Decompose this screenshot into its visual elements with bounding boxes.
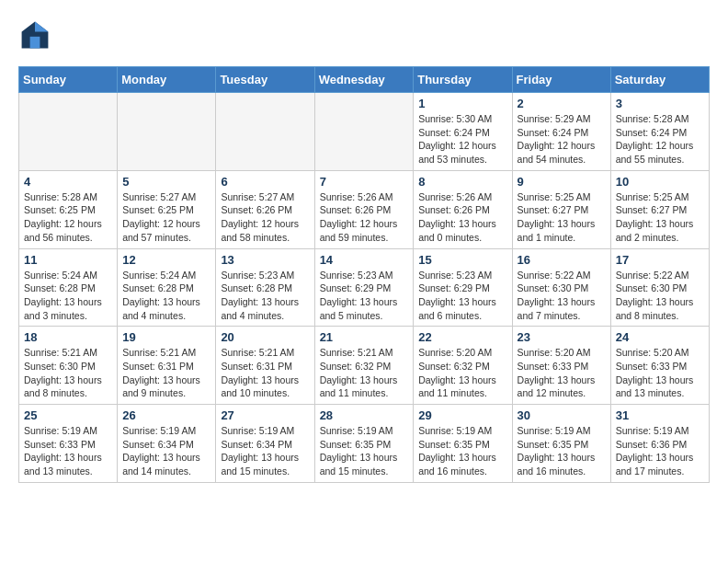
calendar-day: 15Sunrise: 5:23 AMSunset: 6:29 PMDayligh… xyxy=(414,248,512,327)
day-info: Sunrise: 5:20 AMSunset: 6:33 PMDaylight:… xyxy=(518,346,606,400)
day-number: 23 xyxy=(518,330,606,344)
day-number: 30 xyxy=(518,408,606,422)
calendar-day: 17Sunrise: 5:22 AMSunset: 6:30 PMDayligh… xyxy=(610,248,709,327)
header-saturday: Saturday xyxy=(610,67,709,93)
calendar-day: 11Sunrise: 5:24 AMSunset: 6:28 PMDayligh… xyxy=(19,248,118,327)
day-number: 27 xyxy=(221,408,309,422)
header-tuesday: Tuesday xyxy=(216,67,314,93)
day-info: Sunrise: 5:23 AMSunset: 6:28 PMDaylight:… xyxy=(221,269,309,323)
header-sunday: Sunday xyxy=(19,67,118,93)
day-info: Sunrise: 5:19 AMSunset: 6:34 PMDaylight:… xyxy=(122,424,210,478)
calendar-week-3: 11Sunrise: 5:24 AMSunset: 6:28 PMDayligh… xyxy=(19,248,710,327)
day-number: 18 xyxy=(24,330,112,344)
calendar-day: 24Sunrise: 5:20 AMSunset: 6:33 PMDayligh… xyxy=(610,327,709,405)
day-number: 7 xyxy=(320,175,409,189)
calendar-day xyxy=(216,93,314,171)
calendar-table: SundayMondayTuesdayWednesdayThursdayFrid… xyxy=(18,66,710,483)
calendar-day: 22Sunrise: 5:20 AMSunset: 6:32 PMDayligh… xyxy=(414,327,512,405)
day-info: Sunrise: 5:29 AMSunset: 6:24 PMDaylight:… xyxy=(518,112,606,167)
day-info: Sunrise: 5:19 AMSunset: 6:36 PMDaylight:… xyxy=(616,424,704,478)
day-number: 8 xyxy=(418,175,506,189)
day-info: Sunrise: 5:27 AMSunset: 6:26 PMDaylight:… xyxy=(221,190,309,245)
day-info: Sunrise: 5:28 AMSunset: 6:25 PMDaylight:… xyxy=(24,190,112,245)
day-info: Sunrise: 5:19 AMSunset: 6:35 PMDaylight:… xyxy=(320,424,409,478)
calendar-day: 4Sunrise: 5:28 AMSunset: 6:25 PMDaylight… xyxy=(19,170,118,248)
day-info: Sunrise: 5:27 AMSunset: 6:25 PMDaylight:… xyxy=(122,190,210,245)
calendar-day: 6Sunrise: 5:27 AMSunset: 6:26 PMDaylight… xyxy=(216,170,314,248)
calendar-day: 8Sunrise: 5:26 AMSunset: 6:26 PMDaylight… xyxy=(414,170,512,248)
header-monday: Monday xyxy=(118,67,216,93)
day-number: 15 xyxy=(418,253,506,267)
day-info: Sunrise: 5:19 AMSunset: 6:34 PMDaylight:… xyxy=(221,424,309,478)
day-number: 16 xyxy=(518,253,606,267)
calendar-day: 30Sunrise: 5:19 AMSunset: 6:35 PMDayligh… xyxy=(512,405,610,483)
day-number: 6 xyxy=(221,175,309,189)
day-info: Sunrise: 5:19 AMSunset: 6:35 PMDaylight:… xyxy=(518,424,606,478)
page-header xyxy=(18,18,710,52)
logo xyxy=(18,18,55,52)
calendar-day: 1Sunrise: 5:30 AMSunset: 6:24 PMDaylight… xyxy=(414,93,512,171)
calendar-day: 12Sunrise: 5:24 AMSunset: 6:28 PMDayligh… xyxy=(118,248,216,327)
svg-marker-1 xyxy=(35,22,48,32)
day-info: Sunrise: 5:22 AMSunset: 6:30 PMDaylight:… xyxy=(616,269,704,323)
calendar-day: 26Sunrise: 5:19 AMSunset: 6:34 PMDayligh… xyxy=(118,405,216,483)
day-number: 25 xyxy=(24,408,112,422)
header-thursday: Thursday xyxy=(414,67,512,93)
day-info: Sunrise: 5:22 AMSunset: 6:30 PMDaylight:… xyxy=(518,269,606,323)
day-info: Sunrise: 5:20 AMSunset: 6:33 PMDaylight:… xyxy=(616,346,704,400)
calendar-day: 13Sunrise: 5:23 AMSunset: 6:28 PMDayligh… xyxy=(216,248,314,327)
day-info: Sunrise: 5:25 AMSunset: 6:27 PMDaylight:… xyxy=(616,190,704,245)
calendar-day: 31Sunrise: 5:19 AMSunset: 6:36 PMDayligh… xyxy=(610,405,709,483)
day-number: 26 xyxy=(122,408,210,422)
day-number: 17 xyxy=(616,253,704,267)
day-number: 14 xyxy=(320,253,409,267)
calendar-day: 5Sunrise: 5:27 AMSunset: 6:25 PMDaylight… xyxy=(118,170,216,248)
calendar-day xyxy=(19,93,118,171)
calendar-day: 7Sunrise: 5:26 AMSunset: 6:26 PMDaylight… xyxy=(314,170,414,248)
day-number: 24 xyxy=(616,330,704,344)
day-info: Sunrise: 5:26 AMSunset: 6:26 PMDaylight:… xyxy=(320,190,409,245)
calendar-day: 18Sunrise: 5:21 AMSunset: 6:30 PMDayligh… xyxy=(19,327,118,405)
day-number: 28 xyxy=(320,408,409,422)
day-number: 10 xyxy=(616,175,704,189)
day-number: 20 xyxy=(221,330,309,344)
day-info: Sunrise: 5:23 AMSunset: 6:29 PMDaylight:… xyxy=(418,269,506,323)
calendar-day: 10Sunrise: 5:25 AMSunset: 6:27 PMDayligh… xyxy=(610,170,709,248)
day-number: 12 xyxy=(122,253,210,267)
day-info: Sunrise: 5:19 AMSunset: 6:33 PMDaylight:… xyxy=(24,424,112,478)
calendar-week-4: 18Sunrise: 5:21 AMSunset: 6:30 PMDayligh… xyxy=(19,327,710,405)
calendar-week-5: 25Sunrise: 5:19 AMSunset: 6:33 PMDayligh… xyxy=(19,405,710,483)
day-number: 31 xyxy=(616,408,704,422)
header-wednesday: Wednesday xyxy=(314,67,414,93)
day-number: 1 xyxy=(418,97,506,110)
calendar-day xyxy=(118,93,216,171)
day-number: 22 xyxy=(418,330,506,344)
day-info: Sunrise: 5:20 AMSunset: 6:32 PMDaylight:… xyxy=(418,346,506,400)
day-number: 29 xyxy=(418,408,506,422)
day-info: Sunrise: 5:21 AMSunset: 6:31 PMDaylight:… xyxy=(221,346,309,400)
day-info: Sunrise: 5:21 AMSunset: 6:31 PMDaylight:… xyxy=(122,346,210,400)
day-info: Sunrise: 5:25 AMSunset: 6:27 PMDaylight:… xyxy=(518,190,606,245)
day-number: 19 xyxy=(122,330,210,344)
day-info: Sunrise: 5:24 AMSunset: 6:28 PMDaylight:… xyxy=(24,269,112,323)
header-friday: Friday xyxy=(512,67,610,93)
calendar-week-1: 1Sunrise: 5:30 AMSunset: 6:24 PMDaylight… xyxy=(19,93,710,171)
calendar-day: 25Sunrise: 5:19 AMSunset: 6:33 PMDayligh… xyxy=(19,405,118,483)
calendar-day: 14Sunrise: 5:23 AMSunset: 6:29 PMDayligh… xyxy=(314,248,414,327)
calendar-day: 23Sunrise: 5:20 AMSunset: 6:33 PMDayligh… xyxy=(512,327,610,405)
day-number: 9 xyxy=(518,175,606,189)
calendar-header-row: SundayMondayTuesdayWednesdayThursdayFrid… xyxy=(19,67,710,93)
day-info: Sunrise: 5:30 AMSunset: 6:24 PMDaylight:… xyxy=(418,112,506,167)
svg-rect-2 xyxy=(30,37,40,49)
day-info: Sunrise: 5:21 AMSunset: 6:32 PMDaylight:… xyxy=(320,346,409,400)
calendar-day: 3Sunrise: 5:28 AMSunset: 6:24 PMDaylight… xyxy=(610,93,709,171)
day-number: 21 xyxy=(320,330,409,344)
calendar-day: 27Sunrise: 5:19 AMSunset: 6:34 PMDayligh… xyxy=(216,405,314,483)
day-number: 3 xyxy=(616,97,704,110)
day-number: 13 xyxy=(221,253,309,267)
day-info: Sunrise: 5:24 AMSunset: 6:28 PMDaylight:… xyxy=(122,269,210,323)
calendar-week-2: 4Sunrise: 5:28 AMSunset: 6:25 PMDaylight… xyxy=(19,170,710,248)
calendar-day: 20Sunrise: 5:21 AMSunset: 6:31 PMDayligh… xyxy=(216,327,314,405)
calendar-day: 2Sunrise: 5:29 AMSunset: 6:24 PMDaylight… xyxy=(512,93,610,171)
calendar-day: 19Sunrise: 5:21 AMSunset: 6:31 PMDayligh… xyxy=(118,327,216,405)
